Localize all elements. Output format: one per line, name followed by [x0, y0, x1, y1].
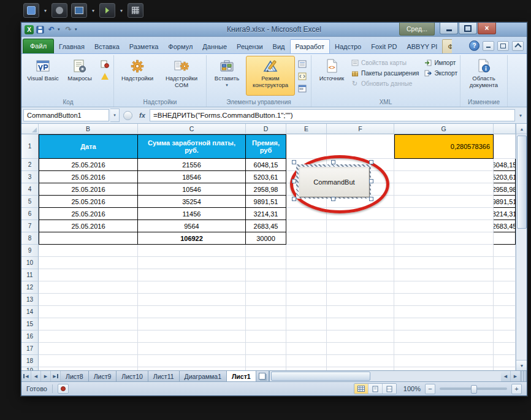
undo-button[interactable]: ↶: [47, 25, 56, 34]
resize-handle-bottom-center[interactable]: [331, 197, 335, 201]
properties-icon[interactable]: [296, 59, 308, 69]
contextual-tab-group-header[interactable]: Сред...: [399, 23, 435, 36]
page-break-view-button[interactable]: [383, 384, 396, 394]
document-panel-button[interactable]: Область документа: [463, 56, 505, 96]
record-macro-indicator[interactable]: [58, 384, 69, 394]
zoom-in-button[interactable]: +: [511, 384, 522, 394]
workbook-restore-button[interactable]: [497, 41, 509, 51]
normal-view-button[interactable]: [354, 384, 369, 394]
scroll-right-icon[interactable]: ▶: [511, 371, 521, 381]
maximize-button[interactable]: [459, 23, 477, 34]
resize-handle-middle-right[interactable]: [369, 179, 373, 183]
vertical-scroll-thumb[interactable]: [517, 136, 527, 229]
ribbon-tab-Вставка[interactable]: Вставка: [90, 40, 124, 53]
insert-function-button[interactable]: fx: [136, 112, 148, 119]
ribbon-tab-Надстро[interactable]: Надстро: [330, 40, 366, 53]
chevron-down-icon[interactable]: ▾: [91, 8, 96, 13]
view-code-icon[interactable]: [296, 71, 308, 82]
scroll-down-icon[interactable]: ▼: [516, 360, 527, 370]
ribbon-tab-Разработ[interactable]: Разработ: [290, 39, 330, 53]
record-macro-icon[interactable]: [99, 59, 111, 69]
resize-handle-bottom-right[interactable]: [369, 197, 373, 201]
horizontal-scroll-track[interactable]: [270, 371, 501, 381]
help-button[interactable]: ?: [469, 40, 479, 51]
horizontal-scroll-thumb[interactable]: [271, 372, 370, 381]
macro-security-icon[interactable]: [99, 71, 111, 82]
minimize-button[interactable]: [440, 23, 458, 34]
page-layout-view-button[interactable]: [369, 384, 383, 394]
sheet-tab-Лист1[interactable]: Лист1: [227, 371, 256, 381]
workbook-minimize-button[interactable]: [483, 41, 494, 51]
resize-handle-middle-left[interactable]: [292, 179, 296, 183]
first-sheet-button[interactable]: ◀: [21, 371, 31, 381]
export-button[interactable]: Экспорт: [424, 69, 457, 78]
macros-button[interactable]: Макросы: [62, 56, 97, 96]
run-dialog-icon[interactable]: [296, 83, 308, 94]
sheet-tab-Лист8[interactable]: Лист8: [61, 371, 89, 381]
scroll-up-icon[interactable]: ▲: [516, 124, 527, 134]
ribbon-tab-Формат[interactable]: Формат: [442, 39, 452, 53]
previous-sheet-button[interactable]: ◀: [31, 371, 41, 381]
vertical-scroll-track[interactable]: [516, 134, 527, 360]
zoom-slider-thumb[interactable]: [471, 385, 477, 394]
ribbon-tab-Файл[interactable]: Файл: [23, 39, 54, 53]
ribbon-tab-Формул[interactable]: Формул: [163, 40, 197, 53]
ribbon-group-change: Область документа Изменение: [460, 55, 508, 107]
design-mode-button[interactable]: Режим конструктора: [246, 56, 295, 96]
undo-caret-icon[interactable]: ▾: [58, 27, 62, 32]
collapse-ribbon-button[interactable]: [512, 41, 524, 51]
tab-split-handle[interactable]: [521, 371, 527, 381]
close-button[interactable]: ×: [478, 23, 496, 34]
name-box[interactable]: CommandButton1: [23, 109, 109, 121]
sheet-tab-Лист10[interactable]: Лист10: [117, 371, 148, 381]
redo-button[interactable]: ↷: [64, 25, 73, 34]
sheet-tab-Диаграмма1[interactable]: Диаграмма1: [180, 371, 227, 381]
insert-worksheet-button[interactable]: [256, 371, 269, 381]
ribbon-tab-ABBYY PI[interactable]: ABBYY PI: [402, 40, 442, 53]
import-button[interactable]: Импорт: [424, 58, 457, 67]
ribbon-tab-Foxit PD[interactable]: Foxit PD: [366, 40, 402, 53]
resize-handle-top-center[interactable]: [331, 160, 335, 164]
resize-handle-top-left[interactable]: [292, 160, 296, 164]
external-tool-button-5[interactable]: [128, 3, 143, 18]
next-sheet-button[interactable]: ▶: [41, 371, 51, 381]
ribbon-tab-Разметка[interactable]: Разметка: [124, 40, 164, 53]
excel-logo-icon[interactable]: X: [25, 25, 34, 34]
ribbon-tab-Вид[interactable]: Вид: [268, 40, 290, 53]
sheet-tab-Лист11[interactable]: Лист11: [148, 371, 180, 381]
external-tool-button-3[interactable]: [71, 3, 87, 18]
chevron-down-icon[interactable]: ▾: [43, 8, 48, 13]
zoom-slider[interactable]: [440, 388, 507, 390]
chevron-down-icon[interactable]: ▾: [119, 8, 124, 13]
resize-handle-bottom-left[interactable]: [292, 197, 296, 201]
com-addins-button[interactable]: Надстройки COM: [159, 56, 204, 96]
xml-source-button[interactable]: <> Источник: [314, 56, 350, 96]
external-tool-button-4[interactable]: [99, 3, 115, 18]
zoom-level-label[interactable]: 100%: [401, 385, 421, 392]
zoom-out-button[interactable]: −: [425, 384, 435, 394]
visual-basic-button[interactable]: Visual Basic: [25, 56, 61, 96]
external-tool-button-2[interactable]: [52, 3, 67, 18]
addins-button[interactable]: Надстройки: [117, 56, 158, 96]
resize-handle-top-right[interactable]: [369, 160, 373, 164]
excel-window: X ↶ ▾ ↷ ▾ Книга9.xlsx - Microsoft Excel …: [21, 22, 527, 396]
last-sheet-button[interactable]: ▶: [51, 371, 61, 381]
scroll-left-icon[interactable]: ◀: [501, 371, 511, 381]
sheet-tab-Лист9[interactable]: Лист9: [89, 371, 117, 381]
ribbon-tab-Главная[interactable]: Главная: [54, 40, 90, 53]
ribbon-tab-Рецензи[interactable]: Рецензи: [232, 40, 268, 53]
formula-input[interactable]: =ВНЕДРИТЬ("Forms.CommandButton.1";""): [150, 109, 515, 121]
insert-control-button[interactable]: Вставить ▾: [209, 56, 245, 96]
sheet-tabs: Лист8Лист9Лист10Лист11Диаграмма1Лист1: [61, 371, 256, 381]
command-button-control[interactable]: CommandBut: [299, 167, 370, 197]
external-tool-button-1[interactable]: [23, 3, 39, 18]
expand-formula-bar-icon[interactable]: ▾: [516, 113, 525, 118]
expansion-packs-button[interactable]: Пакеты расширения: [351, 69, 419, 78]
ribbon-tab-Данные[interactable]: Данные: [197, 40, 232, 53]
name-box-caret-icon[interactable]: ▾: [110, 109, 120, 122]
save-button[interactable]: [36, 25, 45, 34]
vertical-scrollbar[interactable]: ▲ ▼: [516, 124, 527, 370]
title-bar: X ↶ ▾ ↷ ▾ Книга9.xlsx - Microsoft Excel …: [21, 23, 527, 37]
qat-customize-caret-icon[interactable]: ▾: [75, 27, 79, 32]
horizontal-scrollbar[interactable]: ◀ ▶: [269, 371, 527, 381]
